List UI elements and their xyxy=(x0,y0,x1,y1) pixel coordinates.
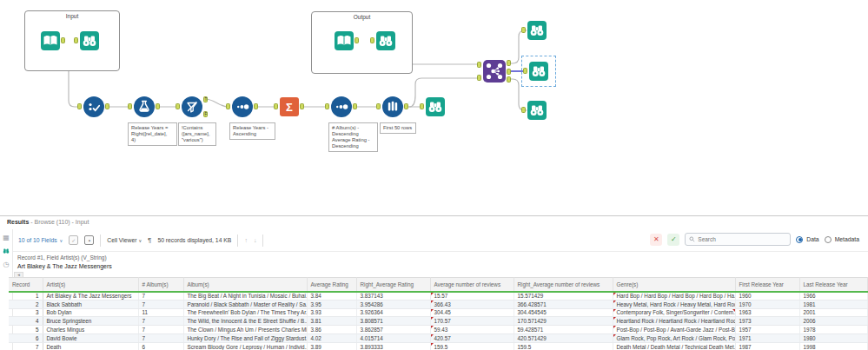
cell[interactable]: Paranoid / Black Sabbath / Master of Rea… xyxy=(183,300,307,308)
cell[interactable]: 304.45 xyxy=(430,308,514,317)
cell[interactable]: 7 xyxy=(138,333,183,342)
cell[interactable]: Hunky Dory / The Rise and Fall of Ziggy … xyxy=(183,333,307,342)
cell[interactable]: Bruce Springsteen xyxy=(43,317,138,326)
cell[interactable]: 6 xyxy=(138,342,183,350)
cell[interactable]: 7 xyxy=(9,342,43,350)
browse-view-icon[interactable] xyxy=(2,247,10,255)
cell[interactable]: 1970 xyxy=(735,300,799,308)
cell[interactable]: 7 xyxy=(138,317,183,326)
true-output-anchor[interactable]: T xyxy=(203,96,208,102)
cell[interactable]: 7 xyxy=(138,326,183,334)
cell[interactable]: 3.837143 xyxy=(356,292,430,300)
search-input[interactable] xyxy=(698,236,785,242)
cell[interactable]: 1963 xyxy=(735,308,799,317)
cell[interactable]: 420.57 xyxy=(430,333,514,342)
results-grid[interactable]: RecordArtist(s)# Album(s)Album(s)Average… xyxy=(9,277,868,350)
cell[interactable]: Black Sabbath xyxy=(43,300,138,308)
column-header[interactable]: Average number of reviews xyxy=(430,278,514,292)
cell[interactable]: 3.954286 xyxy=(356,300,430,308)
table-row[interactable]: 6David Bowie7Hunky Dory / The Rise and F… xyxy=(9,333,867,342)
output-anchor[interactable] xyxy=(61,37,65,43)
cell[interactable]: 59.43 xyxy=(430,326,514,334)
output-anchor[interactable] xyxy=(354,37,359,43)
input-anchor[interactable] xyxy=(521,27,526,33)
cell[interactable]: 170.571429 xyxy=(514,317,613,326)
cell[interactable]: 3 xyxy=(9,308,43,317)
column-header[interactable]: Last Release Year xyxy=(799,278,867,292)
cell[interactable]: 159.5 xyxy=(430,342,514,350)
clear-search-button[interactable]: ✕ xyxy=(650,234,662,246)
cell[interactable]: 3.84 xyxy=(307,292,356,300)
cell[interactable]: 7 xyxy=(138,300,183,308)
select-tool[interactable] xyxy=(83,96,104,117)
data-radio[interactable]: Data xyxy=(796,236,818,243)
cell[interactable]: Post-Bop / Post-Bop / Avant-Garde Jazz /… xyxy=(613,326,735,334)
output-anchor[interactable] xyxy=(105,103,109,109)
output-anchor[interactable] xyxy=(254,103,258,109)
cell[interactable]: Death Metal / Death Metal / Technical De… xyxy=(613,342,735,350)
input-anchor[interactable] xyxy=(226,103,230,109)
input-anchor[interactable] xyxy=(274,103,278,109)
cell[interactable]: 1981 xyxy=(799,300,867,308)
cell[interactable]: 15.57 xyxy=(430,292,514,300)
cell-edit-button[interactable]: ▪ xyxy=(84,235,94,245)
input-data-tool-1[interactable] xyxy=(41,31,60,50)
cell[interactable]: 1978 xyxy=(799,326,867,334)
cell[interactable]: 59.428571 xyxy=(514,326,613,334)
cell[interactable]: Death xyxy=(43,342,138,350)
cell[interactable]: Heartland Rock / Heartland Rock / Heartl… xyxy=(613,317,735,326)
cell[interactable]: 1966 xyxy=(799,292,867,300)
cell[interactable]: 3.93 xyxy=(307,308,356,317)
output-anchor[interactable] xyxy=(156,103,160,109)
input-anchor[interactable] xyxy=(77,103,82,109)
cell[interactable]: 4.02 xyxy=(307,333,356,342)
scroll-down-icon[interactable]: ↓ xyxy=(254,237,257,243)
input-anchor[interactable] xyxy=(176,103,180,109)
annotation-formula[interactable]: Release Years = Right([rel_date], 4) xyxy=(128,122,177,146)
cell[interactable]: 1960 xyxy=(735,292,799,300)
table-row[interactable]: 5Charles Mingus7The Clown / Mingus Ah Um… xyxy=(9,326,867,334)
container-input[interactable]: Input xyxy=(24,10,120,71)
cell[interactable]: 7 xyxy=(138,292,183,300)
input-anchor[interactable] xyxy=(325,103,329,109)
cell[interactable]: 4 xyxy=(9,317,43,326)
output-anchor[interactable] xyxy=(404,103,408,109)
cell[interactable]: Bob Dylan xyxy=(43,308,138,317)
browse-tool-join-inner-selected[interactable] xyxy=(529,62,548,81)
whitespace-toggle-icon[interactable]: ¶ xyxy=(148,236,151,244)
cell[interactable]: 4.015714 xyxy=(356,333,430,342)
column-header[interactable]: Right_Average Rating xyxy=(356,278,430,292)
cell[interactable]: 3.808571 xyxy=(356,317,430,326)
input-anchor[interactable] xyxy=(370,37,374,43)
cell[interactable]: 420.571429 xyxy=(514,333,613,342)
input-anchor[interactable] xyxy=(128,103,132,109)
cell[interactable]: Hard Bop / Hard Bop / Hard Bop / Hard Bo… xyxy=(613,292,735,300)
output-anchor[interactable] xyxy=(353,103,357,109)
container-output[interactable]: Output xyxy=(311,11,413,74)
cell[interactable]: Glam Rock, Pop Rock, Art Rock / Glam Roc… xyxy=(613,333,735,342)
cell[interactable]: 11 xyxy=(138,308,183,317)
table-row[interactable]: 3Bob Dylan11The Freewheelin' Bob Dylan /… xyxy=(9,308,867,317)
join-output-anchor[interactable] xyxy=(507,69,511,75)
cell[interactable]: 2001 xyxy=(799,308,867,317)
cell[interactable]: 3.926364 xyxy=(356,308,430,317)
cell[interactable]: 170.57 xyxy=(430,317,514,326)
cell[interactable]: 304.454545 xyxy=(514,308,613,317)
input-data-tool-2[interactable] xyxy=(335,31,354,50)
output-anchor[interactable] xyxy=(300,103,304,109)
annotation-sample[interactable]: First 50 rows xyxy=(380,122,416,134)
cell[interactable]: 3.86 xyxy=(307,326,356,334)
cell[interactable]: The Clown / Mingus Ah Um / Presents Char… xyxy=(183,326,307,334)
cell[interactable]: 366.428571 xyxy=(514,300,613,308)
browse-tool-join-right[interactable] xyxy=(527,101,547,120)
input-anchor[interactable] xyxy=(420,103,424,109)
cell[interactable]: Heavy Metal, Hard Rock / Heavy Metal, Ha… xyxy=(613,300,735,308)
cell[interactable]: 1 xyxy=(9,292,43,300)
cell[interactable]: 366.43 xyxy=(430,300,514,308)
browse-tool-3[interactable] xyxy=(426,97,445,116)
column-header[interactable]: Genre(s) xyxy=(613,278,735,292)
history-clock-icon[interactable]: ◷ xyxy=(3,261,10,268)
annotation-sort-2[interactable]: # Album(s) - Descending Average Rating -… xyxy=(328,122,378,152)
browse-tool-1[interactable] xyxy=(80,31,99,50)
cell[interactable]: David Bowie xyxy=(43,333,138,342)
